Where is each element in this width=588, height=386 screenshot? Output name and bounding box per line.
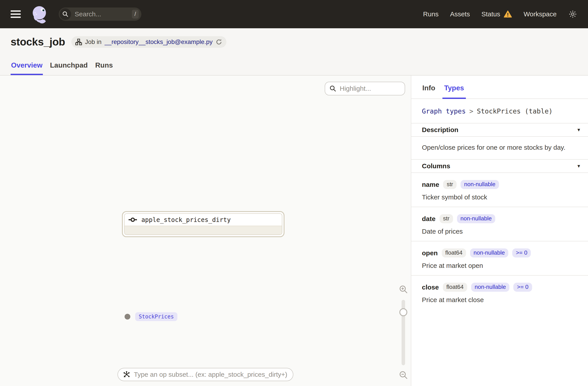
column-name: open bbox=[422, 249, 438, 257]
op-name: apple_stock_prices_dirty bbox=[141, 216, 231, 223]
page-title: stocks_job bbox=[11, 36, 65, 48]
column-type-badge: str bbox=[440, 214, 453, 223]
breadcrumb-separator: > bbox=[469, 107, 473, 115]
breadcrumb-current: StockPrices (table) bbox=[477, 107, 553, 115]
column-description: Ticker symbol of stock bbox=[422, 193, 577, 201]
nav-workspace-link[interactable]: Workspace bbox=[524, 10, 557, 18]
search-shortcut-key: / bbox=[132, 10, 139, 19]
op-node[interactable]: apple_stock_prices_dirty bbox=[122, 211, 285, 237]
tab-launchpad[interactable]: Launchpad bbox=[50, 61, 88, 75]
global-search-input[interactable]: / bbox=[59, 7, 141, 21]
column-constraint-badge: non-nullable bbox=[471, 283, 510, 292]
type-side-panel: Info Types Graph types>StockPrices (tabl… bbox=[411, 76, 588, 386]
zoom-slider-track[interactable] bbox=[401, 300, 405, 365]
dagster-logo-icon[interactable] bbox=[29, 4, 49, 24]
column-constraint-badge: >= 0 bbox=[513, 283, 532, 292]
panel-tabs: Info Types bbox=[411, 76, 588, 99]
search-icon bbox=[60, 8, 71, 20]
op-subset-input[interactable] bbox=[134, 371, 288, 378]
column-name: close bbox=[422, 284, 439, 291]
tab-runs[interactable]: Runs bbox=[95, 61, 113, 75]
columns-title: Columns bbox=[422, 162, 450, 170]
output-port-icon bbox=[125, 314, 130, 320]
tab-types[interactable]: Types bbox=[444, 76, 464, 99]
breadcrumb-graph-types-link[interactable]: Graph types bbox=[422, 107, 466, 115]
op-icon bbox=[128, 217, 137, 222]
column-row-date: date str non-nullable Date of prices bbox=[411, 207, 588, 241]
reload-icon[interactable] bbox=[216, 39, 222, 45]
breadcrumb: Graph types>StockPrices (table) bbox=[411, 99, 588, 123]
navbar-links: Runs Assets Status Workspace bbox=[423, 9, 577, 19]
op-subset-icon bbox=[123, 371, 130, 378]
warning-icon bbox=[504, 10, 512, 18]
highlight-input[interactable] bbox=[340, 85, 400, 92]
output-type-badge[interactable]: StockPrices bbox=[135, 312, 177, 321]
nav-assets-link[interactable]: Assets bbox=[450, 10, 470, 18]
column-row-name: name str non-nullable Ticker symbol of s… bbox=[411, 173, 588, 207]
op-output: StockPrices bbox=[125, 312, 177, 321]
job-origin-prefix: Job in bbox=[85, 39, 102, 45]
column-type-badge: float64 bbox=[443, 283, 467, 292]
search-icon bbox=[330, 85, 336, 92]
chevron-down-icon[interactable]: ▼ bbox=[577, 128, 581, 132]
settings-gear-icon[interactable] bbox=[568, 9, 577, 19]
column-type-badge: float64 bbox=[442, 248, 466, 258]
global-search-field[interactable] bbox=[75, 10, 128, 18]
column-constraint-badge: non-nullable bbox=[470, 248, 508, 258]
column-description: Price at market close bbox=[422, 296, 577, 304]
highlight-searchbox bbox=[325, 82, 405, 95]
zoom-slider-handle[interactable] bbox=[399, 308, 407, 316]
graph-canvas[interactable]: apple_stock_prices_dirty StockPrices bbox=[0, 76, 411, 386]
tab-overview[interactable]: Overview bbox=[11, 61, 42, 75]
column-name: date bbox=[422, 215, 436, 223]
page-header: stocks_job Job in __repository__stocks_j… bbox=[0, 28, 588, 76]
top-navbar: / Runs Assets Status Workspace bbox=[0, 0, 588, 28]
description-text: Open/close prices for one or more stocks… bbox=[411, 137, 588, 159]
zoom-in-icon[interactable] bbox=[399, 285, 408, 294]
job-graph-icon bbox=[75, 39, 82, 45]
column-description: Date of prices bbox=[422, 228, 577, 235]
op-config-strip bbox=[125, 226, 282, 235]
job-tabs: Overview Launchpad Runs bbox=[11, 61, 113, 75]
nav-runs-link[interactable]: Runs bbox=[423, 10, 439, 18]
column-name: name bbox=[422, 181, 439, 188]
column-row-close: close float64 non-nullable >= 0 Price at… bbox=[411, 276, 588, 309]
column-type-badge: str bbox=[443, 180, 457, 189]
columns-list: name str non-nullable Ticker symbol of s… bbox=[411, 173, 588, 309]
nav-status-link[interactable]: Status bbox=[481, 10, 512, 18]
column-description: Price at market open bbox=[422, 262, 577, 269]
description-title: Description bbox=[422, 126, 458, 134]
column-constraint-badge: non-nullable bbox=[457, 214, 495, 223]
columns-section-header[interactable]: Columns ▼ bbox=[411, 159, 588, 173]
zoom-out-icon[interactable] bbox=[399, 370, 408, 379]
job-origin-pill: Job in __repository__stocks_job@example.… bbox=[71, 36, 226, 48]
description-section-header[interactable]: Description ▼ bbox=[411, 123, 588, 137]
column-row-open: open float64 non-nullable >= 0 Price at … bbox=[411, 241, 588, 276]
chevron-down-icon[interactable]: ▼ bbox=[577, 164, 581, 168]
zoom-controls bbox=[398, 285, 409, 379]
column-constraint-badge: >= 0 bbox=[512, 248, 531, 258]
column-constraint-badge: non-nullable bbox=[461, 180, 499, 189]
op-subset-box bbox=[118, 368, 293, 381]
job-origin-file-link[interactable]: __repository__stocks_job@example.py bbox=[105, 39, 212, 45]
menu-icon[interactable] bbox=[11, 10, 21, 18]
tab-info[interactable]: Info bbox=[422, 76, 436, 99]
